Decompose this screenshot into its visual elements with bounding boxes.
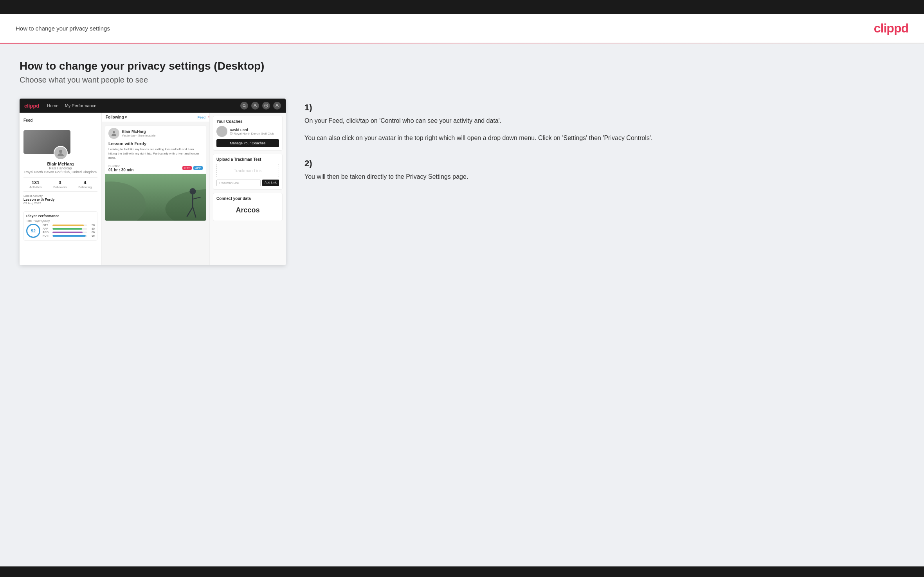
mock-avatar: [54, 146, 68, 160]
mock-upload-card: Upload a Trackman Test Trackman Link Tra…: [213, 154, 283, 190]
mock-nav-icons: [240, 102, 281, 110]
mock-nav: clippd Home My Performance: [20, 99, 286, 113]
mock-player-performance: Player Performance Total Player Quality …: [23, 211, 97, 241]
mock-following-bar: Following ▾ Feed: [102, 113, 209, 122]
user-icon: [251, 102, 259, 110]
mock-stat-following: 4 Following: [78, 180, 92, 189]
svg-point-6: [276, 104, 277, 106]
mock-coach-club: Royal North Devon Golf Club: [230, 132, 274, 135]
plus-icon: [262, 102, 270, 110]
svg-point-0: [243, 104, 245, 107]
mock-connect-card: Connect your data Arccos: [213, 193, 283, 221]
mock-manage-coaches-button[interactable]: Manage Your Coaches: [216, 139, 279, 147]
mock-post-username: Blair McHarg: [122, 129, 155, 134]
mock-duration-val: 01 hr : 30 min: [108, 168, 133, 172]
mock-nav-home: Home: [47, 103, 58, 108]
svg-point-2: [254, 104, 256, 106]
mock-latest-val: Lesson with Fordy: [23, 198, 97, 201]
mock-coach-avatar: [216, 126, 227, 137]
mock-following-label: Following: [78, 185, 92, 189]
mock-profile-card: Blair McHarg Plus Handicap Royal North D…: [23, 127, 97, 211]
mock-tag-ott: OTT: [182, 166, 192, 170]
instruction-2-text: You will then be taken directly to the P…: [304, 172, 904, 182]
instruction-1-text: On your Feed, click/tap on 'Control who …: [304, 116, 904, 126]
mock-bars: OTT 90 APP 85 ARG: [43, 224, 95, 238]
mock-bar-ott: OTT 90: [43, 224, 95, 226]
instruction-2-num: 2): [304, 158, 904, 169]
mock-post-card: Blair McHarg Yesterday · Sunningdale Les…: [105, 125, 206, 221]
mock-profile-tag: Plus Handicap: [23, 166, 97, 170]
mock-stat-followers: 3 Followers: [53, 180, 67, 189]
mock-control-link[interactable]: Feed: [197, 115, 205, 119]
mock-trackman-input-row: Trackman Link Add Link: [216, 180, 279, 186]
mock-tags: OTT APP: [182, 166, 203, 170]
mock-trackman-input[interactable]: Trackman Link: [216, 180, 261, 186]
top-bar: [0, 0, 924, 14]
mock-logo: clippd: [24, 103, 39, 109]
site-header: How to change your privacy settings clip…: [0, 14, 924, 43]
mock-sidebar: Feed Blair McHarg Plus Handicap Royal No…: [20, 113, 102, 265]
search-icon: [240, 102, 248, 110]
instruction-2: 2) You will then be taken directly to th…: [304, 158, 904, 182]
article-title: How to change your privacy settings (Des…: [20, 60, 904, 72]
mock-post-user-info: Blair McHarg Yesterday · Sunningdale: [122, 129, 155, 137]
content-row: clippd Home My Performance: [20, 99, 904, 265]
mock-quality-label: Total Player Quality: [26, 219, 95, 222]
mock-nav-links: Home My Performance: [47, 103, 240, 108]
mock-post-header: Blair McHarg Yesterday · Sunningdale: [105, 126, 206, 141]
mock-photo-area: [105, 174, 206, 221]
mock-followers-label: Followers: [53, 185, 67, 189]
instruction-1: 1) On your Feed, click/tap on 'Control w…: [304, 102, 904, 143]
mock-following-button: Following ▾: [106, 115, 127, 119]
avatar-icon: [273, 102, 281, 110]
mock-body: Feed Blair McHarg Plus Handicap Royal No…: [20, 113, 286, 265]
mock-coach-name: David Ford: [230, 128, 274, 132]
mock-post-location: Yesterday · Sunningdale: [122, 134, 155, 137]
mock-latest-label: Latest Activity: [23, 194, 97, 198]
mock-coaches-title: Your Coaches: [216, 119, 279, 124]
svg-point-10: [113, 131, 115, 133]
mock-connect-title: Connect your data: [216, 196, 279, 201]
mock-coach-info: David Ford Royal North Devon Golf Club: [230, 128, 274, 135]
mock-tag-app: APP: [193, 166, 203, 170]
mock-perf-title: Player Performance: [26, 214, 95, 218]
instruction-1-num: 1): [304, 102, 904, 113]
mock-post-title: Lesson with Fordy: [108, 141, 203, 146]
mock-post-avatar: [108, 128, 119, 139]
mock-right-panel: Your Coaches David Ford Royal North Devo…: [209, 113, 286, 265]
mock-arccos-brand: Arccos: [216, 203, 279, 217]
mock-nav-performance: My Performance: [65, 103, 97, 108]
instruction-1-detail: You can also click on your avatar in the…: [304, 133, 904, 143]
mock-stats-row: 131 Activities 3 Followers 4 Following: [23, 177, 97, 189]
mock-profile-name: Blair McHarg: [23, 162, 97, 166]
instructions-panel: 1) On your Feed, click/tap on 'Control w…: [304, 99, 904, 198]
mock-bar-app: APP 85: [43, 227, 95, 230]
mock-feed-tab: Feed: [23, 117, 97, 124]
mock-post-body: Lesson with Fordy Looking to feel like m…: [105, 141, 206, 163]
mock-quality-row: 92 OTT 90 APP 85: [26, 224, 95, 238]
svg-point-7: [59, 150, 62, 153]
mock-feed: Following ▾ Feed: [102, 113, 209, 265]
mock-coach-row: David Ford Royal North Devon Golf Club: [216, 126, 279, 137]
mock-trackman-placeholder: Trackman Link: [216, 164, 279, 177]
mock-latest: Latest Activity Lesson with Fordy 03 Aug…: [23, 191, 97, 205]
mock-add-link-button[interactable]: Add Link: [262, 180, 279, 186]
clippd-logo: clippd: [874, 21, 908, 36]
mock-activities-num: 131: [29, 180, 42, 185]
mock-stat-activities: 131 Activities: [29, 180, 42, 189]
mock-upload-title: Upload a Trackman Test: [216, 157, 279, 162]
mock-latest-date: 03 Aug 2022: [23, 201, 97, 205]
mock-followers-num: 3: [53, 180, 67, 185]
mock-post-desc: Looking to feel like my hands are exitin…: [108, 147, 203, 160]
mock-activities-label: Activities: [29, 185, 42, 189]
mock-duration-info: Duration 01 hr : 30 min: [108, 164, 133, 172]
page-title: How to change your privacy settings: [16, 25, 110, 32]
main-content: How to change your privacy settings (Des…: [0, 44, 924, 566]
svg-line-1: [245, 106, 246, 107]
mock-coaches-card: Your Coaches David Ford Royal North Devo…: [213, 116, 283, 151]
mock-bar-putt: PUTT 96: [43, 234, 95, 237]
article-subtitle: Choose what you want people to see: [20, 75, 904, 84]
mock-duration-row: Duration 01 hr : 30 min OTT APP: [105, 163, 206, 174]
mock-duration-label: Duration: [108, 164, 133, 168]
mock-quality-score: 92: [26, 224, 40, 238]
